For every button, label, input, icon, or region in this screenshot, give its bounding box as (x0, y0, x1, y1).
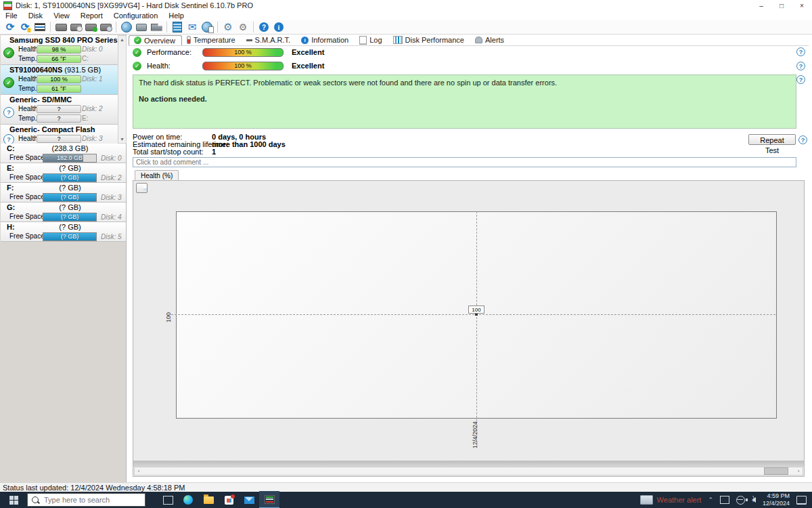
hard-disk-sentinel-taskbar-button[interactable] (259, 491, 279, 508)
store-button[interactable] (219, 492, 239, 508)
disk-letter: C: (82, 55, 89, 62)
close-button[interactable]: × (792, 0, 812, 11)
tray-app-icon[interactable] (720, 496, 729, 504)
repeat-test-help-icon[interactable] (798, 135, 807, 144)
disk-list-scrollbar[interactable] (118, 35, 127, 144)
free-space-bar: (? GB) (43, 232, 97, 241)
status-help-icon[interactable] (796, 75, 805, 84)
volume-tray-icon[interactable] (752, 497, 756, 503)
scroll-right-icon[interactable] (794, 467, 803, 475)
start-button[interactable] (0, 492, 27, 508)
chart-horizontal-scrollbar[interactable] (134, 467, 803, 475)
taskbar-search[interactable] (27, 493, 145, 507)
edge-button[interactable] (178, 492, 198, 508)
edge-icon (183, 495, 193, 505)
network-icon[interactable] (119, 21, 134, 33)
disk-schedule-icon[interactable] (68, 21, 83, 33)
volume-item-f[interactable]: F: (? GB) Free Space (? GB) Disk: 3 (1, 183, 126, 203)
refresh-warning-icon[interactable] (18, 21, 32, 33)
volume-item-c[interactable]: C: (238.3 GB) Free Space 182.0 GB Disk: … (1, 144, 126, 163)
temp-bar: ? (37, 114, 81, 123)
disk-icon[interactable] (53, 21, 68, 33)
volume-letter: H: (7, 223, 15, 231)
tab-overview[interactable]: Overview (129, 35, 182, 45)
disk-number: Disk: 3 (82, 135, 103, 142)
menu-disk[interactable]: Disk (23, 12, 48, 20)
webcam-icon[interactable] (134, 21, 149, 33)
tab-temperature[interactable]: Temperature (182, 35, 242, 45)
backup-icon[interactable] (149, 21, 164, 33)
search-input[interactable] (43, 495, 133, 505)
volume-item-h[interactable]: H: (? GB) Free Space (? GB) Disk: 5 (1, 222, 126, 242)
scroll-down-icon[interactable] (118, 135, 126, 143)
tab-smart[interactable]: S.M.A.R.T. (242, 35, 297, 45)
health-bar: 100 % (37, 75, 81, 83)
notification-center-icon[interactable] (796, 496, 807, 505)
menu-configuration[interactable]: Configuration (108, 12, 163, 20)
disk-name: Samsung SSD 840 PRO Series (9, 36, 118, 44)
hard-disk-sentinel-window: Disk: 1, ST91000640NS [9XG99VG4] - Hard … (0, 0, 812, 508)
menu-file[interactable]: File (0, 12, 23, 20)
file-explorer-button[interactable] (198, 492, 219, 508)
menu-report[interactable]: Report (75, 12, 108, 20)
performance-rating: Excellent (292, 48, 324, 56)
taskbar-clock[interactable]: 4:59 PM 12/4/2024 (763, 492, 790, 507)
disk-item-sd-mmc[interactable]: Generic- SD/MMC Health: ? Disk: 2 Temp.:… (1, 95, 118, 125)
windows-logo-icon (9, 496, 18, 505)
volume-list: C: (238.3 GB) Free Space 182.0 GB Disk: … (1, 144, 126, 242)
tray-chevron-icon[interactable]: ⌃ (708, 496, 713, 503)
menu-help[interactable]: Help (163, 12, 189, 20)
tab-log[interactable]: Log (355, 35, 388, 45)
volume-letter: G: (7, 203, 15, 211)
temp-label: Temp.: (18, 55, 39, 62)
temp-label: Temp.: (18, 114, 39, 122)
disk-test-icon[interactable] (83, 21, 98, 33)
weather-text: Weather alert (657, 496, 702, 504)
comment-input[interactable] (133, 157, 796, 167)
actions-text: No actions needed. (139, 95, 790, 103)
window-title: Disk: 1, ST91000640NS [9XG99VG4] - Hard … (16, 1, 253, 9)
help-icon[interactable] (256, 21, 271, 33)
disk-list-icon[interactable] (32, 21, 47, 33)
status-bar-text: Status last updated: 12/4/2024 Wednesday… (3, 484, 185, 492)
email-icon[interactable] (185, 21, 200, 33)
scroll-left-icon[interactable] (135, 467, 143, 475)
acoustic-icon[interactable] (235, 21, 250, 33)
info-icon[interactable] (271, 21, 286, 33)
network-tray-icon[interactable] (736, 496, 745, 505)
minimize-button[interactable]: – (751, 0, 771, 11)
health-rating: Excellent (292, 62, 324, 70)
network-report-icon[interactable] (200, 21, 215, 33)
task-view-button[interactable] (158, 492, 178, 508)
menu-view[interactable]: View (48, 12, 75, 20)
volume-letter: E: (7, 164, 14, 172)
tab-disk-performance[interactable]: Disk Performance (388, 35, 470, 45)
performance-help-icon[interactable] (796, 47, 805, 56)
volume-item-e[interactable]: E: (? GB) Free Space (? GB) Disk: 2 (1, 163, 126, 183)
disk-surface-icon[interactable] (98, 21, 113, 33)
save-chart-button[interactable] (136, 183, 148, 193)
volume-item-g[interactable]: G: (? GB) Free Space (? GB) Disk: 4 (1, 203, 126, 222)
health-help-icon[interactable] (796, 62, 805, 70)
maximize-button[interactable]: □ (771, 0, 792, 11)
disk-name: Generic- Compact Flash (9, 125, 95, 133)
disk-item-compact-flash[interactable]: Generic- Compact Flash Health: ? Disk: 3 (1, 125, 118, 144)
tab-alerts[interactable]: Alerts (470, 35, 510, 45)
free-space-bar: (? GB) (43, 193, 97, 202)
disk-item-st91000640ns-selected[interactable]: ST91000640NS (931.5 GB) Health: 100 % Di… (1, 65, 118, 95)
settings-icon[interactable] (221, 21, 235, 33)
weather-widget[interactable]: Weather alert (640, 495, 702, 505)
disk-number: Disk: 3 (101, 194, 122, 201)
scroll-up-icon[interactable] (118, 36, 126, 43)
free-space-label: Free Space (9, 213, 45, 220)
report-icon[interactable] (170, 21, 185, 33)
repeat-test-button[interactable]: Repeat Test (748, 134, 796, 145)
health-ok-icon (133, 62, 141, 70)
tab-information[interactable]: Information (296, 35, 355, 45)
mail-button[interactable] (239, 492, 259, 508)
volume-size: (? GB) (38, 164, 102, 172)
chart-y-axis-label: 100 (165, 312, 172, 322)
scrollbar-thumb[interactable] (764, 467, 788, 475)
disk-item-samsung-ssd[interactable]: Samsung SSD 840 PRO Series (238.5 GB) He… (1, 35, 118, 65)
refresh-icon[interactable] (3, 21, 18, 33)
